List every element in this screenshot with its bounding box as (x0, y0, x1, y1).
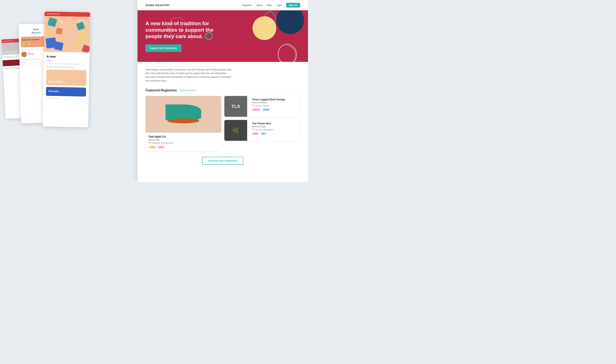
flower-box-info: The Flower Box Desmond Eagle 📍 Tacoma, W… (250, 120, 300, 141)
flower-box-owner: Desmond Eagle (252, 126, 298, 128)
card-script-person-info: Create on a Ma... (28, 54, 34, 55)
hero-pink-scribble (276, 42, 300, 62)
shape-teal-1 (47, 17, 57, 27)
shape-yellow-2 (76, 42, 82, 49)
hero-navy-circle (276, 10, 304, 34)
registry-grid: Teal Aglet Co. Samuel Serif 📍 Pittsburgh… (145, 96, 300, 151)
card-shapes-bottom-lorem: Lorem ip... dolor sit... rhoncus... (43, 96, 89, 101)
flower-worker-icon: 🌿 (232, 127, 239, 134)
shoe-sole (167, 118, 199, 123)
teal-aglet-location: 📍 Pittsburgh, Pennsylvania (148, 142, 218, 144)
tls-location: 📍 Vienna, Virginia (252, 105, 298, 107)
hero-cta-button[interactable]: Support the Community (145, 44, 181, 52)
nav-brand: SHINE REGISTRY (145, 4, 242, 7)
tag-design: design (262, 108, 270, 111)
card-shapes-body: Shine Regi... registry-sty... they are s… (44, 65, 89, 70)
tls-logo-text: TLS (231, 104, 240, 109)
shape-blue-2 (54, 41, 64, 51)
nav-link-about[interactable]: About (257, 4, 262, 6)
shape-teal-2 (76, 22, 85, 30)
nav-link-blog[interactable]: Blog (267, 4, 271, 6)
featured-title: Featured Registries (145, 88, 177, 92)
navbar: SHINE REGISTRY Registries About Blog Log… (138, 0, 308, 10)
card-shapes: SHINE REGISTRY A new to sup... Lorem ips… (43, 12, 90, 127)
description-text: Shine Registry hosts profiles of busines… (145, 68, 233, 83)
nav-links: Registries About Blog Login Sign Up (242, 3, 300, 8)
shape-red-1 (82, 45, 90, 52)
tls-location-pin-icon: 📍 (252, 105, 254, 107)
teal-aglet-info: Teal Aglet Co. Samuel Serif 📍 Pittsburgh… (145, 133, 221, 151)
flower-box-image: 🌿 (224, 120, 247, 141)
tls-info: Three Legged Stool Design Parsley Montan… (250, 96, 300, 117)
card-mobile-hero-text: A new kind of tradition for supp... I'm … (3, 50, 19, 54)
registry-card-teal-aglet[interactable]: Teal Aglet Co. Samuel Serif 📍 Pittsburgh… (145, 96, 221, 151)
shoe-body (166, 104, 201, 120)
registry-cards-right: TLS Three Legged Stool Design Parsley Mo… (224, 96, 300, 151)
nav-link-registries[interactable]: Registries (242, 4, 252, 6)
tls-image: TLS (224, 96, 247, 117)
flower-box-name: The Flower Box (252, 122, 298, 125)
tls-tags: service design (252, 108, 298, 111)
hero-content: A new kind of tradition for communities … (145, 20, 229, 52)
card-shapes-blue-block: I'm entr... (46, 87, 86, 97)
shape-yellow-1 (78, 32, 88, 42)
featured-discover-link[interactable]: Discover more › (180, 89, 197, 92)
tag-service: service (252, 108, 261, 111)
tag-retail-2: retail (252, 132, 259, 135)
background-cards: SHINE REGISTRY A new kind of tradition f… (0, 0, 129, 182)
featured-header: Featured Registries Discover more › (145, 88, 300, 92)
tls-owner: Parsley Montana (252, 102, 298, 104)
chevron-right-icon: › (196, 89, 197, 92)
location-pin-icon: 📍 (148, 142, 151, 144)
tri-1 (60, 20, 63, 22)
discover-more-button[interactable]: Discover more Registries (202, 157, 244, 165)
tag-retail: retail (158, 146, 165, 148)
tls-name: Three Legged Stool Design (252, 98, 298, 101)
card-shapes-title: A new (44, 52, 90, 60)
teal-aglet-owner: Samuel Serif (148, 139, 218, 141)
card-shapes-salmon-block: Hosti Regi... (46, 69, 86, 86)
flower-box-pin-icon: 📍 (252, 129, 254, 131)
hero-yellow-circle (253, 16, 276, 40)
main-panel: SHINE REGISTRY Registries About Blog Log… (138, 0, 308, 182)
card-shapes-top (44, 16, 90, 52)
description-section: Shine Registry hosts profiles of busines… (138, 62, 308, 89)
nav-signup-button[interactable]: Sign Up (286, 3, 300, 8)
card-shapes-hosting-title: Hosti Regi... (49, 80, 64, 83)
discover-btn-wrap: Discover more Registries (138, 157, 308, 169)
card-script-avatar (21, 52, 27, 57)
card-shapes-bottom-title: I'm entr... (48, 90, 61, 93)
teal-aglet-tags: maker retail (148, 146, 218, 148)
teal-aglet-image (145, 96, 221, 133)
featured-section: Featured Registries Discover more › Teal… (138, 88, 308, 157)
tag-maker: maker (148, 146, 156, 148)
registry-card-flower-box[interactable]: 🌿 The Flower Box Desmond Eagle 📍 Tacoma,… (224, 120, 300, 141)
card-script-signup-btn[interactable]: Sign Up (23, 42, 30, 45)
hero-title: A new kind of tradition for communities … (145, 20, 229, 40)
flower-box-location: 📍 Tacoma, Washington (252, 129, 298, 131)
tag-gifts: gifts (260, 132, 267, 135)
nav-link-login[interactable]: Login (276, 4, 282, 6)
flower-box-tags: retail gifts (252, 132, 298, 135)
shape-salmon-1 (56, 28, 63, 35)
registry-card-tls[interactable]: TLS Three Legged Stool Design Parsley Mo… (224, 96, 300, 117)
hero-teal-scribble (262, 10, 278, 26)
tri-2 (64, 26, 66, 28)
shoe-visual (164, 103, 203, 126)
hero-section: A new kind of tradition for communities … (138, 10, 308, 62)
teal-aglet-name: Teal Aglet Co. (148, 135, 218, 138)
